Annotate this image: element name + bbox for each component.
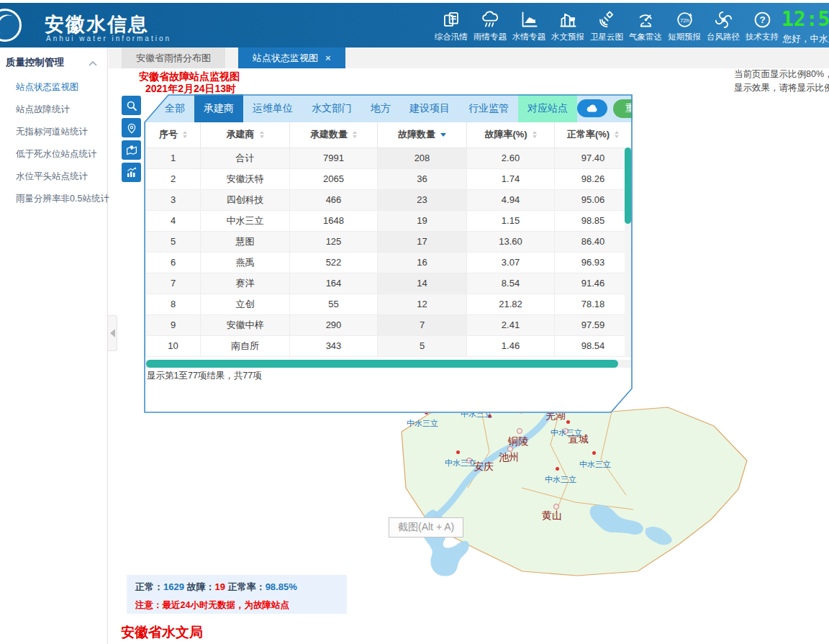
table-row[interactable]: 9安徽中梓29072.4197.59 — [146, 314, 632, 335]
nav-item-label: 综合汛情 — [435, 32, 468, 42]
table-cell: 5 — [378, 335, 467, 356]
document-tabs: 安徽省雨情分布图站点状态监视图× — [109, 47, 829, 68]
page-title: 安徽省故障站点监视图 2021年2月24日13时 — [139, 71, 240, 95]
station-label-中水三立-0[interactable]: 中水三立 — [407, 418, 438, 429]
table-row[interactable]: 7赛洋164148.5491.46 — [146, 273, 632, 294]
filter-tab-水文部门[interactable]: 水文部门 — [302, 94, 361, 122]
city-label-池州[interactable]: 池州 — [499, 451, 519, 464]
nav-item-卫星云图[interactable]: 卫星云图 — [587, 9, 626, 42]
nav-item-短期预报[interactable]: 72h短期预报 — [665, 9, 704, 42]
nav-item-气象雷达[interactable]: 气象雷达 — [626, 9, 665, 42]
city-label-黄山[interactable]: 黄山 — [542, 509, 562, 522]
column-header-label: 正常率(%) — [567, 128, 610, 141]
filter-tab-运维单位[interactable]: 运维单位 — [243, 94, 302, 122]
nav-item-label: 气象雷达 — [629, 32, 662, 42]
filter-tab-行业监管[interactable]: 行业监管 — [459, 94, 518, 122]
table-row[interactable]: 2安徽沃特2065361.7498.26 — [146, 168, 632, 189]
column-header-序号[interactable]: 序号 — [146, 122, 201, 148]
table-cell: 慧图 — [201, 231, 290, 252]
filter-tab-对应站点[interactable]: 对应站点 — [518, 94, 577, 122]
help-icon: ? — [753, 9, 772, 30]
nav-item-技术支持[interactable]: ?技术支持 — [743, 9, 782, 42]
table-cell: 5 — [146, 231, 201, 252]
tab-站点状态监视图[interactable]: 站点状态监视图× — [238, 47, 345, 68]
table-cell: 290 — [290, 314, 378, 335]
map-tool-chart-up[interactable] — [122, 163, 141, 182]
table-row[interactable]: 3四创科技466234.9495.06 — [146, 189, 632, 210]
column-header-正常率(%)[interactable]: 正常率(%) — [555, 122, 632, 148]
nav-item-综合汛情[interactable]: 综合汛情 — [432, 9, 471, 42]
table-cell: 7991 — [290, 148, 378, 168]
sidebar-item-站点状态监视图[interactable]: 站点状态监视图 — [0, 76, 107, 99]
sort-down-triangle — [260, 135, 264, 138]
station-dot — [566, 420, 570, 424]
sidebar-item-无指标河道站统计[interactable]: 无指标河道站统计 — [0, 121, 107, 143]
nav-item-水文预报[interactable]: 水文预报 — [548, 9, 587, 42]
station-label-中水三立-3[interactable]: 中水三立 — [445, 458, 476, 468]
sidebar-section-title: 质量控制管理 — [6, 56, 64, 69]
table-row[interactable]: 6燕禹522163.0796.93 — [146, 252, 632, 273]
nav-item-水情专题[interactable]: 水情专题 — [509, 9, 548, 42]
city-marker-铜陵 — [517, 428, 522, 434]
province-map[interactable]: 芜湖铜陵宣城池州安庆黄山中水三立中水三立中水三立中水三立中水三立中水三立 — [389, 402, 763, 581]
table-cell: 2065 — [290, 168, 378, 189]
filter-tab-全部[interactable]: 全部 — [155, 94, 194, 122]
map-tool-map-pin[interactable] — [122, 140, 141, 160]
nav-item-台风路径[interactable]: 台风路径 — [704, 9, 743, 42]
sidebar-item-低于死水位站点统计[interactable]: 低于死水位站点统计 — [0, 143, 107, 165]
sort-arrows-icon — [615, 131, 619, 138]
table-row[interactable]: 8立创551221.8278.18 — [146, 294, 632, 314]
filter-tab-地方[interactable]: 地方 — [361, 94, 400, 122]
tab-安徽省雨情分布图[interactable]: 安徽省雨情分布图 — [122, 47, 225, 68]
svg-text:72h: 72h — [679, 17, 689, 23]
nav-item-雨情专题[interactable]: 雨情专题 — [471, 9, 509, 42]
map-tool-location-pin[interactable] — [122, 118, 141, 137]
sidebar-item-水位平头站点统计[interactable]: 水位平头站点统计 — [0, 165, 107, 188]
nav-item-label: 短期预报 — [668, 32, 701, 42]
horizontal-scrollbar-thumb[interactable] — [146, 360, 618, 368]
vertical-scrollbar-thumb[interactable] — [625, 148, 631, 224]
reset-button[interactable]: 重置 — [613, 99, 658, 118]
search-icon — [125, 99, 138, 112]
table-row[interactable]: 4中水三立1648191.1598.85 — [146, 210, 632, 231]
table-cell: 466 — [290, 189, 378, 210]
column-header-承建数量[interactable]: 承建数量 — [290, 122, 378, 148]
page-title-line1: 安徽省故障站点监视图 — [139, 71, 240, 83]
station-label-中水三立-5[interactable]: 中水三立 — [545, 474, 576, 485]
sidebar-section-quality-control[interactable]: 质量控制管理 — [0, 47, 107, 76]
column-header-承建商[interactable]: 承建商 — [201, 122, 290, 148]
table-cell: 16 — [378, 252, 467, 273]
column-header-inner: 承建数量 — [310, 128, 357, 141]
table-cell: 36 — [378, 168, 467, 189]
table-cell: 91.46 — [555, 273, 632, 294]
table-cell: 21.82 — [467, 294, 555, 314]
filter-tab-建设项目[interactable]: 建设项目 — [400, 94, 459, 122]
table-row[interactable]: 10南自所34351.4698.54 — [146, 335, 632, 356]
column-header-故障率(%)[interactable]: 故障率(%) — [467, 122, 555, 148]
table-cell: 78.18 — [555, 294, 632, 314]
station-label-中水三立-2[interactable]: 中水三立 — [551, 427, 582, 438]
filter-tab-承建商[interactable]: 承建商 — [194, 94, 243, 122]
svg-text:?: ? — [759, 14, 765, 25]
table-cell: 98.85 — [555, 210, 632, 231]
column-header-label: 承建数量 — [310, 128, 348, 141]
nav-item-label: 雨情专题 — [474, 32, 507, 42]
zoom-notice-line1: 当前页面显示比例80%， — [734, 68, 829, 81]
application-window: 安徽水信息 Anhui water information 综合汛情雨情专题水情… — [0, 0, 829, 644]
table-row[interactable]: 1合计79912082.6097.40 — [146, 148, 632, 168]
sidebar-item-雨量分辨率非0.5站统计[interactable]: 雨量分辨率非0.5站统计 — [0, 188, 107, 210]
table-cell: 7 — [378, 314, 467, 335]
sidebar-collapse-handle[interactable] — [108, 315, 117, 351]
sidebar-item-站点故障统计[interactable]: 站点故障统计 — [0, 99, 107, 121]
table-row[interactable]: 5慧图1251713.6086.40 — [146, 231, 632, 252]
panel-close-icon[interactable]: × — [668, 102, 675, 114]
tab-close-icon[interactable]: × — [325, 53, 331, 63]
station-dot — [556, 467, 559, 471]
table-cell: 2.41 — [467, 314, 555, 335]
table-cell: 96.93 — [555, 252, 632, 273]
column-header-故障数量[interactable]: 故障数量 — [378, 122, 467, 148]
city-label-安庆[interactable]: 安庆 — [474, 461, 494, 473]
station-label-中水三立-4[interactable]: 中水三立 — [579, 459, 611, 470]
export-cloud-button[interactable] — [577, 99, 607, 117]
map-tool-search[interactable] — [122, 96, 141, 115]
